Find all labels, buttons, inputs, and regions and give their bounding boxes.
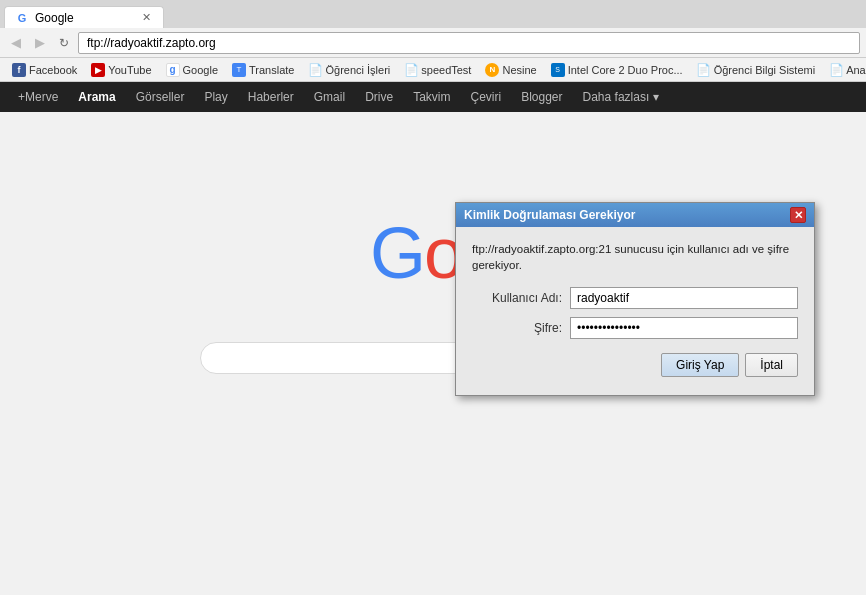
dialog-body: ftp://radyoaktif.zapto.org:21 sunucusu i…: [456, 227, 814, 395]
dialog-buttons: Giriş Yap İptal: [472, 353, 798, 381]
favicon-g: G: [18, 12, 27, 24]
password-field-row: Şifre:: [472, 317, 798, 339]
dialog-titlebar: Kimlik Doğrulaması Gerekiyor ✕: [456, 203, 814, 227]
address-bar[interactable]: [78, 32, 860, 54]
bookmarks-bar: f Facebook ▶ YouTube g Google T Translat…: [0, 58, 866, 82]
bookmark-ogrenci-isleri-label: Öğrenci İşleri: [325, 64, 390, 76]
ana-icon: 📄: [829, 63, 843, 77]
intel-icon: S: [551, 63, 565, 77]
gnav-blogger[interactable]: Blogger: [513, 84, 570, 110]
cancel-button[interactable]: İptal: [745, 353, 798, 377]
bookmark-youtube[interactable]: ▶ YouTube: [85, 61, 157, 79]
gnav-drive[interactable]: Drive: [357, 84, 401, 110]
bookmark-google[interactable]: g Google: [160, 61, 224, 79]
refresh-button[interactable]: ↻: [54, 33, 74, 53]
bookmark-intel-label: Intel Core 2 Duo Proc...: [568, 64, 683, 76]
dialog-message: ftp://radyoaktif.zapto.org:21 sunucusu i…: [472, 241, 798, 273]
bookmark-intel[interactable]: S Intel Core 2 Duo Proc...: [545, 61, 689, 79]
forward-button[interactable]: ▶: [30, 33, 50, 53]
bookmark-facebook-label: Facebook: [29, 64, 77, 76]
dialog-close-button[interactable]: ✕: [790, 207, 806, 223]
gnav-arama[interactable]: Arama: [70, 84, 123, 110]
login-button[interactable]: Giriş Yap: [661, 353, 739, 377]
bookmark-speedtest[interactable]: 📄 speedTest: [398, 61, 477, 79]
bookmark-ana[interactable]: 📄 Ana: [823, 61, 866, 79]
translate-icon: T: [232, 63, 246, 77]
new-tab-area[interactable]: [166, 6, 196, 28]
logo-g: G: [370, 213, 424, 293]
auth-dialog: Kimlik Doğrulaması Gerekiyor ✕ ftp://rad…: [455, 202, 815, 396]
dialog-title: Kimlik Doğrulaması Gerekiyor: [464, 208, 635, 222]
bookmark-translate[interactable]: T Translate: [226, 61, 300, 79]
google-icon: g: [166, 63, 180, 77]
bookmark-youtube-label: YouTube: [108, 64, 151, 76]
bookmark-google-label: Google: [183, 64, 218, 76]
speedtest-icon: 📄: [404, 63, 418, 77]
bookmark-speedtest-label: speedTest: [421, 64, 471, 76]
bookmark-ogrenci-bilgi-label: Öğrenci Bilgi Sistemi: [714, 64, 815, 76]
bookmark-nesine[interactable]: N Nesine: [479, 61, 542, 79]
gnav-merve[interactable]: +Merve: [10, 84, 66, 110]
gnav-haberler[interactable]: Haberler: [240, 84, 302, 110]
gnav-ceviri[interactable]: Çeviri: [462, 84, 509, 110]
gnav-play[interactable]: Play: [196, 84, 235, 110]
nesine-icon: N: [485, 63, 499, 77]
username-label: Kullanıcı Adı:: [472, 291, 562, 305]
bookmark-ogrenci-bilgi[interactable]: 📄 Öğrenci Bilgi Sistemi: [691, 61, 821, 79]
bookmark-facebook[interactable]: f Facebook: [6, 61, 83, 79]
bookmark-ogrenci-isleri[interactable]: 📄 Öğrenci İşleri: [302, 61, 396, 79]
bookmark-nesine-label: Nesine: [502, 64, 536, 76]
gnav-takvim[interactable]: Takvim: [405, 84, 458, 110]
youtube-icon: ▶: [91, 63, 105, 77]
bookmark-ana-label: Ana: [846, 64, 866, 76]
active-tab[interactable]: G Google ✕: [4, 6, 164, 28]
ogrenci-isleri-icon: 📄: [308, 63, 322, 77]
bookmark-translate-label: Translate: [249, 64, 294, 76]
ogrenci-bilgi-icon: 📄: [697, 63, 711, 77]
password-input[interactable]: [570, 317, 798, 339]
username-field-row: Kullanıcı Adı:: [472, 287, 798, 309]
google-navbar: +Merve Arama Görseller Play Haberler Gma…: [0, 82, 866, 112]
tab-favicon: G: [15, 11, 29, 25]
gnav-gmail[interactable]: Gmail: [306, 84, 353, 110]
back-button[interactable]: ◀: [6, 33, 26, 53]
gnav-more[interactable]: Daha fazlası ▾: [575, 84, 667, 110]
tab-title: Google: [35, 11, 74, 25]
main-content: Google Kimlik Doğrulaması Gerekiyor ✕ ft…: [0, 112, 866, 595]
gnav-gorseller[interactable]: Görseller: [128, 84, 193, 110]
tab-close-button[interactable]: ✕: [139, 11, 153, 25]
navigation-bar: ◀ ▶ ↻: [0, 28, 866, 58]
password-label: Şifre:: [472, 321, 562, 335]
username-input[interactable]: [570, 287, 798, 309]
facebook-icon: f: [12, 63, 26, 77]
tab-bar: G Google ✕: [0, 0, 866, 28]
